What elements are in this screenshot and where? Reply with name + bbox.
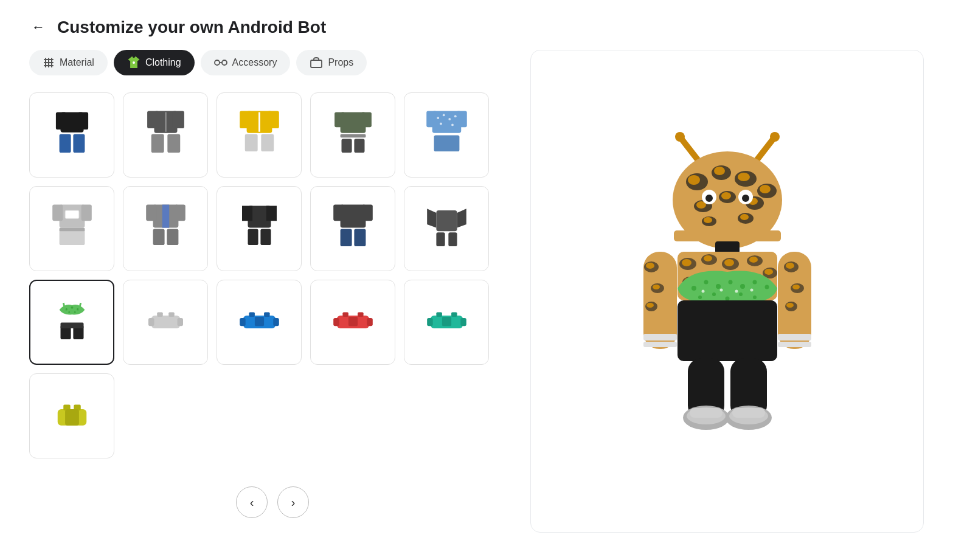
- svg-rect-32: [341, 139, 352, 153]
- clothing-item-5[interactable]: [404, 92, 489, 178]
- svg-rect-91: [254, 317, 263, 326]
- main-layout: Material Clothing: [0, 50, 953, 533]
- svg-point-116: [714, 167, 725, 175]
- clothing-item-8[interactable]: [217, 186, 302, 271]
- svg-rect-102: [460, 317, 466, 325]
- svg-marker-58: [266, 206, 276, 221]
- svg-point-128: [704, 217, 712, 223]
- svg-point-176: [712, 292, 716, 296]
- clothing-item-2[interactable]: [123, 92, 208, 178]
- clothing-item-4[interactable]: [310, 92, 395, 178]
- clothing-item-16[interactable]: [29, 373, 114, 458]
- svg-rect-17: [147, 111, 159, 128]
- svg-point-37: [437, 117, 439, 119]
- svg-rect-154: [778, 342, 811, 347]
- tab-props[interactable]: Props: [296, 50, 367, 75]
- svg-point-180: [701, 290, 704, 293]
- svg-point-170: [716, 284, 721, 289]
- page-title: Customize your own Android Bot: [57, 18, 326, 37]
- svg-marker-67: [427, 209, 436, 227]
- svg-rect-45: [52, 204, 63, 221]
- tab-clothing[interactable]: Clothing: [114, 50, 195, 75]
- svg-rect-36: [456, 111, 466, 127]
- svg-rect-14: [59, 134, 71, 152]
- svg-rect-26: [244, 134, 257, 151]
- svg-point-118: [738, 173, 750, 181]
- svg-rect-191: [690, 408, 723, 418]
- svg-point-124: [721, 192, 731, 199]
- clothing-item-1[interactable]: [29, 92, 114, 178]
- svg-rect-27: [261, 134, 274, 151]
- svg-rect-23: [240, 111, 251, 128]
- svg-rect-51: [146, 204, 156, 221]
- svg-point-38: [442, 114, 445, 116]
- svg-point-172: [740, 284, 745, 289]
- svg-point-75: [74, 311, 75, 313]
- svg-point-8: [222, 60, 227, 65]
- clothing-item-7[interactable]: [123, 186, 208, 271]
- clothing-item-12[interactable]: [123, 280, 208, 365]
- svg-rect-20: [167, 134, 180, 152]
- svg-point-130: [740, 214, 749, 220]
- svg-rect-15: [73, 134, 85, 152]
- svg-rect-63: [362, 204, 372, 221]
- page-header: ← Customize your own Android Bot: [0, 0, 953, 50]
- next-page-button[interactable]: ›: [277, 486, 309, 518]
- svg-rect-35: [426, 111, 437, 127]
- clothing-item-11[interactable]: [29, 280, 114, 365]
- svg-point-152: [786, 303, 794, 308]
- clothing-item-10[interactable]: [404, 186, 489, 271]
- svg-rect-66: [436, 210, 457, 231]
- svg-point-178: [739, 292, 743, 296]
- svg-rect-97: [348, 317, 357, 326]
- svg-point-40: [454, 115, 456, 117]
- clothing-item-9[interactable]: [310, 186, 395, 271]
- svg-rect-62: [333, 204, 344, 221]
- prev-page-button[interactable]: ‹: [236, 486, 268, 518]
- pagination: ‹ ›: [29, 477, 516, 533]
- svg-rect-192: [732, 408, 765, 418]
- clothing-item-15[interactable]: [404, 280, 489, 365]
- svg-rect-29: [334, 112, 345, 127]
- svg-rect-47: [65, 210, 79, 218]
- svg-point-148: [786, 263, 794, 269]
- svg-rect-101: [427, 317, 433, 325]
- svg-point-74: [68, 311, 70, 313]
- svg-point-133: [705, 195, 713, 202]
- tab-accessory[interactable]: Accessory: [201, 50, 291, 75]
- tab-material[interactable]: Material: [29, 50, 108, 75]
- clothing-icon: [127, 56, 140, 69]
- tab-accessory-label: Accessory: [232, 57, 277, 68]
- svg-rect-81: [151, 316, 180, 328]
- svg-marker-68: [457, 209, 466, 227]
- svg-point-159: [704, 255, 712, 261]
- left-panel: Material Clothing: [29, 50, 516, 533]
- svg-marker-57: [242, 206, 252, 221]
- svg-point-163: [749, 257, 758, 263]
- clothing-item-14[interactable]: [310, 280, 395, 365]
- svg-rect-184: [677, 300, 777, 361]
- back-button[interactable]: ←: [29, 17, 47, 38]
- svg-rect-59: [248, 229, 258, 245]
- svg-point-169: [704, 280, 708, 285]
- svg-rect-94: [358, 312, 364, 317]
- svg-rect-10: [311, 60, 322, 67]
- svg-point-7: [215, 60, 220, 65]
- svg-point-42: [451, 123, 454, 126]
- svg-rect-80: [60, 322, 83, 328]
- svg-rect-55: [167, 229, 178, 245]
- svg-point-175: [698, 296, 702, 299]
- clothing-item-3[interactable]: [217, 92, 302, 178]
- svg-rect-145: [643, 342, 677, 347]
- svg-rect-82: [157, 312, 163, 317]
- svg-rect-49: [59, 227, 85, 231]
- svg-rect-85: [177, 317, 183, 325]
- svg-rect-107: [65, 409, 79, 426]
- svg-rect-70: [448, 232, 457, 246]
- clothing-item-6[interactable]: [29, 186, 114, 271]
- svg-rect-30: [361, 112, 371, 127]
- svg-point-181: [719, 289, 723, 292]
- svg-point-157: [682, 259, 691, 266]
- clothing-item-13[interactable]: [217, 280, 302, 365]
- prev-icon: ‹: [250, 496, 254, 510]
